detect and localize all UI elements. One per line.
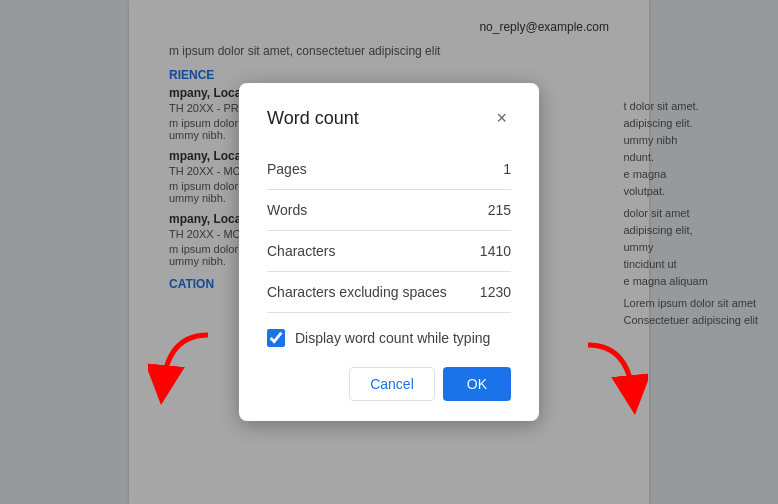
checkbox-row: Display word count while typing (267, 313, 511, 359)
checkbox-label[interactable]: Display word count while typing (295, 330, 490, 346)
ok-button[interactable]: OK (443, 367, 511, 401)
word-count-dialog: Word count × Pages 1 Words 215 Character… (239, 83, 539, 421)
stat-value-pages: 1 (503, 161, 511, 177)
stat-row-pages: Pages 1 (267, 149, 511, 190)
dialog-title: Word count (267, 108, 359, 129)
stat-label-characters: Characters (267, 243, 335, 259)
stat-row-characters-excl: Characters excluding spaces 1230 (267, 272, 511, 313)
stat-label-words: Words (267, 202, 307, 218)
dialog-actions: Cancel OK (267, 367, 511, 401)
cancel-button[interactable]: Cancel (349, 367, 435, 401)
stat-value-characters: 1410 (480, 243, 511, 259)
modal-overlay: Word count × Pages 1 Words 215 Character… (0, 0, 778, 504)
close-button[interactable]: × (492, 107, 511, 129)
dialog-header: Word count × (267, 107, 511, 129)
stat-row-words: Words 215 (267, 190, 511, 231)
stat-value-words: 215 (488, 202, 511, 218)
stat-value-characters-excl: 1230 (480, 284, 511, 300)
stat-label-characters-excl: Characters excluding spaces (267, 284, 447, 300)
display-word-count-checkbox[interactable] (267, 329, 285, 347)
stat-row-characters: Characters 1410 (267, 231, 511, 272)
stat-label-pages: Pages (267, 161, 307, 177)
